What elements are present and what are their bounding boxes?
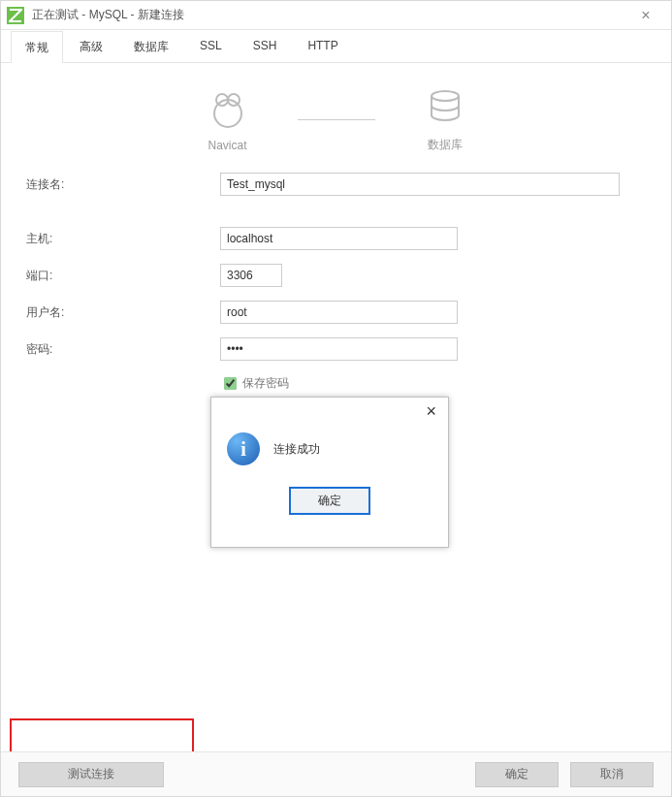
- connection-dialog: 正在测试 - MySQL - 新建连接 × 常规 高级 数据库 SSL SSH …: [0, 0, 672, 797]
- ok-button[interactable]: 确定: [475, 762, 559, 787]
- database-label: 数据库: [428, 137, 463, 153]
- tabbar: 常规 高级 数据库 SSL SSH HTTP: [1, 30, 671, 63]
- highlight-annotation: [10, 718, 194, 755]
- tab-database[interactable]: 数据库: [119, 30, 183, 62]
- user-label: 用户名:: [26, 304, 220, 321]
- modal-message: 连接成功: [273, 441, 320, 458]
- save-password-checkbox[interactable]: [224, 377, 237, 390]
- navicat-icon: [207, 88, 249, 131]
- save-password-label: 保存密码: [242, 375, 289, 392]
- test-connection-button[interactable]: 测试连接: [18, 762, 164, 787]
- app-icon: [7, 7, 24, 24]
- modal-close-icon[interactable]: ×: [420, 401, 442, 422]
- close-icon[interactable]: ×: [626, 7, 665, 24]
- connection-name-input[interactable]: [220, 173, 620, 196]
- window-title: 正在测试 - MySQL - 新建连接: [32, 7, 626, 23]
- connection-diagram: Navicat 数据库: [1, 63, 671, 161]
- cancel-button[interactable]: 取消: [570, 762, 654, 787]
- svg-point-3: [432, 91, 459, 101]
- result-dialog: × i 连接成功 确定: [210, 397, 449, 548]
- connection-line: [298, 119, 375, 120]
- port-input[interactable]: [220, 264, 282, 287]
- password-input[interactable]: [220, 337, 458, 361]
- info-icon: i: [227, 432, 260, 465]
- password-label: 密码:: [26, 341, 220, 358]
- form: 连接名: 主机: 端口: 用户名: 密码:: [1, 161, 671, 393]
- host-input[interactable]: [220, 227, 458, 250]
- database-icon: [424, 86, 466, 129]
- navicat-label: Navicat: [208, 139, 246, 152]
- user-input[interactable]: [220, 301, 458, 324]
- tab-advanced[interactable]: 高级: [65, 30, 117, 62]
- port-label: 端口:: [26, 268, 220, 284]
- host-label: 主机:: [26, 231, 220, 247]
- tab-ssl[interactable]: SSL: [185, 30, 237, 62]
- tab-general[interactable]: 常规: [11, 31, 63, 63]
- modal-ok-button[interactable]: 确定: [289, 487, 370, 515]
- connection-name-label: 连接名:: [26, 176, 220, 193]
- tab-http[interactable]: HTTP: [293, 30, 352, 62]
- tab-ssh[interactable]: SSH: [239, 30, 292, 62]
- bottom-bar: 测试连接 确定 取消: [1, 751, 671, 796]
- titlebar: 正在测试 - MySQL - 新建连接 ×: [1, 1, 671, 30]
